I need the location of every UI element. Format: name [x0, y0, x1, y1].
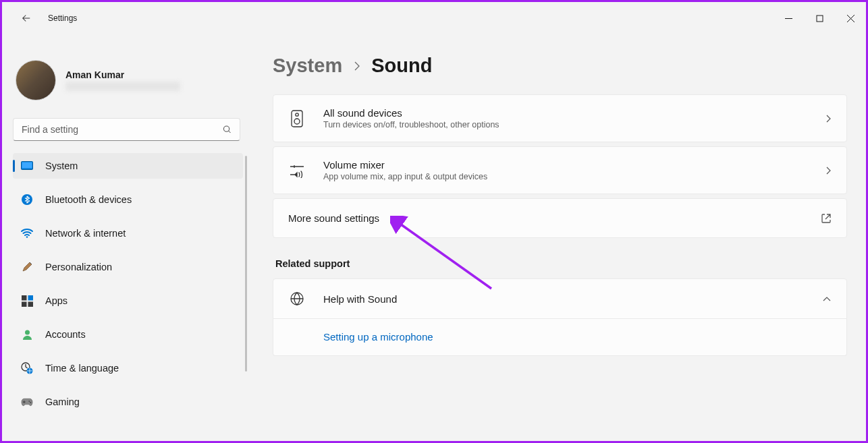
back-button[interactable]	[13, 5, 40, 32]
nav-list: System Bluetooth & devices Network & int…	[13, 153, 243, 423]
panel-more-sound-settings[interactable]: More sound settings	[273, 198, 847, 238]
main-content: System Sound All sound devices Turn devi…	[248, 34, 866, 441]
user-name: Aman Kumar	[65, 69, 180, 80]
nav-label: Personalization	[45, 262, 112, 272]
search-icon	[222, 125, 232, 135]
external-link-icon	[821, 213, 832, 224]
person-icon	[21, 328, 33, 341]
panel-title: All sound devices	[323, 107, 825, 119]
arrow-left-icon	[20, 12, 32, 24]
help-link-row[interactable]: Setting up a microphone	[273, 319, 847, 356]
nav-label: Apps	[45, 295, 67, 306]
avatar	[16, 60, 56, 100]
sidebar-item-bluetooth[interactable]: Bluetooth & devices	[13, 187, 243, 212]
search-input[interactable]	[13, 118, 240, 141]
maximize-button[interactable]	[804, 7, 835, 29]
sidebar-item-gaming[interactable]: Gaming	[13, 389, 243, 415]
system-icon	[21, 160, 33, 172]
sidebar: Aman Kumar System Bluetooth & devices Ne…	[2, 34, 248, 441]
svg-point-17	[294, 119, 300, 124]
chevron-right-icon	[825, 166, 832, 175]
svg-point-16	[296, 113, 298, 115]
nav-label: Time & language	[45, 363, 119, 374]
related-support-heading: Related support	[275, 258, 847, 269]
sidebar-item-system[interactable]: System	[13, 153, 243, 179]
svg-rect-6	[22, 295, 27, 301]
sidebar-item-network[interactable]: Network & internet	[13, 220, 243, 246]
panel-title: Volume mixer	[323, 159, 825, 171]
wifi-icon	[21, 227, 33, 239]
svg-point-10	[25, 330, 30, 334]
panel-subtitle: App volume mix, app input & output devic…	[323, 172, 825, 181]
minimize-button[interactable]	[773, 7, 804, 29]
svg-point-13	[28, 401, 30, 402]
svg-rect-0	[817, 16, 823, 22]
breadcrumb-parent[interactable]: System	[273, 55, 342, 77]
sidebar-item-personalization[interactable]: Personalization	[13, 254, 243, 280]
gamepad-icon	[21, 396, 33, 408]
panel-help-with-sound[interactable]: Help with Sound	[273, 278, 847, 319]
nav-label: System	[45, 160, 78, 171]
chevron-up-icon	[822, 296, 832, 302]
panel-all-sound-devices[interactable]: All sound devices Turn devices on/off, t…	[273, 94, 847, 142]
window-controls	[773, 7, 866, 29]
user-email-blurred	[65, 82, 180, 91]
chevron-right-icon	[353, 61, 360, 71]
clock-globe-icon	[21, 362, 33, 374]
speaker-icon	[288, 110, 306, 127]
panel-title: Help with Sound	[323, 293, 822, 305]
nav-label: Network & internet	[45, 228, 126, 239]
svg-point-14	[30, 402, 31, 403]
svg-point-5	[26, 236, 28, 238]
breadcrumb-current: Sound	[371, 55, 432, 77]
sidebar-item-time-language[interactable]: Time & language	[13, 355, 243, 381]
svg-rect-3	[22, 163, 32, 169]
app-title: Settings	[48, 13, 77, 23]
panel-subtitle: Turn devices on/off, troubleshoot, other…	[323, 120, 825, 129]
nav-label: Accounts	[45, 329, 86, 340]
breadcrumb: System Sound	[273, 55, 847, 77]
panel-title: More sound settings	[288, 212, 821, 224]
panel-volume-mixer[interactable]: Volume mixer App volume mix, app input &…	[273, 146, 847, 194]
mixer-icon	[288, 163, 306, 178]
bluetooth-icon	[21, 194, 33, 206]
sidebar-scrollbar[interactable]	[245, 156, 247, 372]
paintbrush-icon	[21, 261, 33, 273]
search-wrap	[13, 118, 240, 141]
nav-label: Bluetooth & devices	[45, 194, 132, 205]
user-section[interactable]: Aman Kumar	[13, 34, 243, 114]
apps-icon	[21, 295, 33, 307]
sidebar-item-apps[interactable]: Apps	[13, 288, 243, 314]
svg-rect-9	[28, 301, 33, 307]
svg-rect-8	[22, 301, 27, 307]
globe-help-icon	[288, 291, 306, 306]
svg-rect-7	[28, 295, 33, 301]
nav-label: Gaming	[45, 396, 80, 407]
svg-point-1	[224, 126, 229, 131]
help-link[interactable]: Setting up a microphone	[323, 331, 433, 343]
close-button[interactable]	[835, 7, 866, 29]
chevron-right-icon	[825, 114, 832, 123]
titlebar: Settings	[2, 2, 866, 34]
sidebar-item-accounts[interactable]: Accounts	[13, 322, 243, 347]
